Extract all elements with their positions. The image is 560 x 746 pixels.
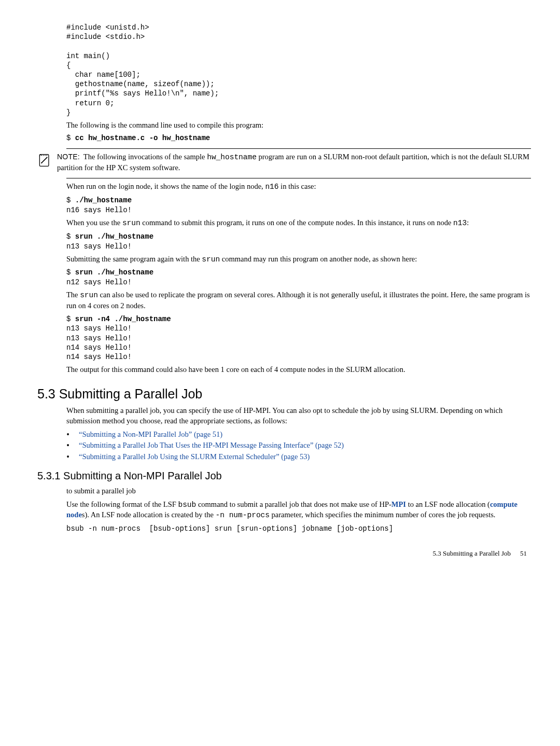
svg-point-4 [47, 155, 48, 156]
inline-code: n13 [453, 219, 467, 227]
body-text: When submitting a parallel job, you can … [66, 406, 531, 426]
syntax-line: bsub -n num-procs [bsub-options] srun [s… [66, 524, 531, 533]
svg-point-1 [41, 155, 42, 156]
bullet-list: •“Submitting a Non-MPI Parallel Job” (pa… [66, 430, 531, 462]
list-item: •“Submitting a Parallel Job Using the SL… [66, 452, 531, 462]
command-line: $ srun ./hw_hostname [66, 268, 531, 278]
prompt: $ [66, 134, 75, 142]
body-text: to submit a parallel job [66, 486, 531, 496]
horizontal-rule [66, 148, 531, 149]
command: srun -n4 ./hw_hostname [75, 315, 171, 323]
prompt: $ [66, 196, 75, 204]
inline-code: srun [122, 219, 141, 227]
body-text: Submitting the same program again with t… [66, 254, 531, 265]
bullet-icon: • [66, 452, 69, 462]
command-output: n13 says Hello! [66, 242, 531, 251]
command: cc hw_hostname.c -o hw_hostname [75, 134, 210, 142]
command: srun ./hw_hostname [75, 268, 153, 277]
prompt: $ [66, 268, 75, 277]
cross-reference-link[interactable]: “Submitting a Non-MPI Parallel Job” (pag… [79, 430, 222, 440]
section-heading: 5.3 Submitting a Parallel Job [37, 385, 531, 403]
list-item: •“Submitting a Non-MPI Parallel Job” (pa… [66, 430, 531, 440]
command-output: n12 says Hello! [66, 278, 531, 287]
body-text: The srun can also be used to replicate t… [66, 290, 531, 311]
inline-code: n16 [265, 183, 278, 191]
inline-code: srun [80, 291, 98, 299]
note-label: NOTE: [57, 153, 80, 161]
command-line: $ srun ./hw_hostname [66, 232, 531, 242]
body-text: The following is the command line used t… [66, 120, 531, 131]
inline-code: bsub [178, 501, 196, 509]
svg-line-5 [41, 157, 47, 163]
command-output: n16 says Hello! [66, 205, 531, 215]
page-footer: 5.3 Submitting a Parallel Job51 [37, 549, 531, 558]
body-text: When run on the login node, it shows the… [66, 182, 531, 192]
bullet-icon: • [66, 440, 69, 450]
inline-code: srun [202, 255, 220, 264]
glossary-link[interactable]: MPI [391, 500, 406, 508]
command-line: $ ./hw_hostname [66, 196, 531, 205]
cross-reference-link[interactable]: “Submitting a Parallel Job That Uses the… [79, 440, 344, 451]
note-icon [37, 153, 52, 168]
inline-code: -n num-procs [216, 511, 270, 519]
note-text: The following invocations of the sample [83, 153, 207, 161]
note-block: NOTE: The following invocations of the s… [57, 152, 531, 173]
command: srun ./hw_hostname [75, 232, 153, 241]
command-output: n13 says Hello! n13 says Hello! n14 says… [66, 324, 531, 362]
body-text: Use the following format of the LSF bsub… [66, 500, 531, 521]
footer-section: 5.3 Submitting a Parallel Job [432, 549, 511, 557]
page-number: 51 [520, 549, 527, 557]
code-block: #include <unistd.h> #include <stdio.h> i… [66, 23, 531, 117]
body-text: When you use the srun command to submit … [66, 218, 531, 229]
inline-code: hw_hostname [207, 153, 257, 161]
subsection-heading: 5.3.1 Submitting a Non-MPI Parallel Job [37, 469, 531, 483]
prompt: $ [66, 315, 75, 323]
prompt: $ [66, 232, 75, 241]
svg-point-2 [43, 155, 44, 156]
bullet-icon: • [66, 430, 69, 439]
command: ./hw_hostname [75, 196, 132, 204]
body-text: The output for this command could also h… [66, 365, 531, 375]
command-line: $ cc hw_hostname.c -o hw_hostname [66, 133, 531, 143]
cross-reference-link[interactable]: “Submitting a Parallel Job Using the SLU… [79, 452, 310, 462]
horizontal-rule [66, 178, 531, 178]
list-item: •“Submitting a Parallel Job That Uses th… [66, 440, 531, 451]
svg-point-3 [45, 155, 46, 156]
command-line: $ srun -n4 ./hw_hostname [66, 314, 531, 324]
